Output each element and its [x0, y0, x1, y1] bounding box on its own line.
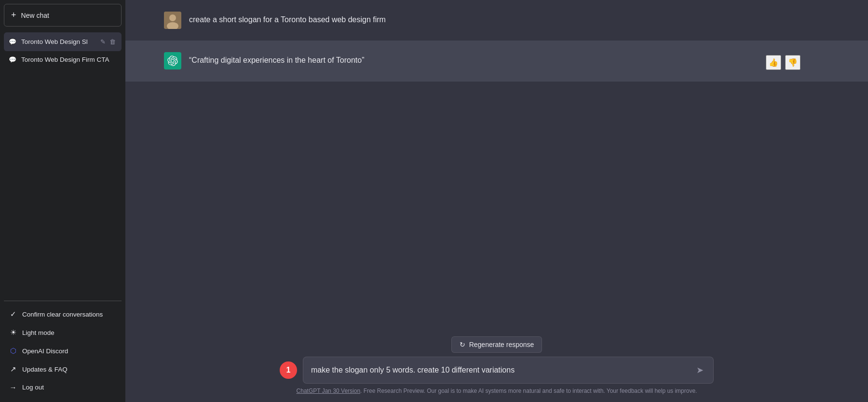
user-number-badge: 1: [280, 361, 297, 379]
regenerate-button[interactable]: ↻ Regenerate response: [451, 336, 542, 353]
chat-item-label: Toronto Web Design Firm CTA: [21, 56, 117, 63]
user-message-text: create a short slogan for a Toronto base…: [189, 15, 386, 24]
plus-icon: +: [11, 10, 16, 20]
footer-text: ChatGPT Jan 30 Version. Free Research Pr…: [297, 388, 697, 398]
regenerate-label: Regenerate response: [469, 341, 534, 348]
send-button[interactable]: ➤: [694, 363, 705, 377]
sun-icon: ☀: [9, 328, 17, 337]
user-message-content: create a short slogan for a Toronto base…: [189, 12, 733, 26]
text-input-wrapper: ➤: [303, 357, 714, 384]
check-icon: ✓: [9, 310, 17, 319]
sidebar-item-confirm-clear[interactable]: ✓ Confirm clear conversations: [4, 305, 122, 323]
input-row: 1 ➤: [280, 357, 714, 384]
chat-item-toronto-cta[interactable]: 💬 Toronto Web Design Firm CTA: [4, 51, 122, 68]
sidebar: + New chat 💬 Toronto Web Design Sl ✎ 🗑 💬…: [0, 0, 125, 402]
user-number: 1: [286, 366, 291, 374]
openai-logo-icon: [167, 55, 178, 66]
chat-action-icons: ✎ 🗑: [99, 37, 117, 46]
thumbs-up-button[interactable]: 👍: [766, 55, 781, 70]
footer-description: . Free Research Preview. Our goal is to …: [360, 388, 697, 394]
assistant-message-row: “Crafting digital experiences in the hea…: [125, 41, 868, 82]
chat-area: create a short slogan for a Toronto base…: [125, 0, 868, 329]
assistant-message-text: “Crafting digital experiences in the hea…: [189, 56, 364, 64]
input-area: ↻ Regenerate response 1 ➤ ChatGPT Jan 30…: [125, 329, 868, 402]
discord-icon: ⬡: [9, 347, 17, 355]
sidebar-divider: [4, 301, 122, 301]
main-panel: create a short slogan for a Toronto base…: [125, 0, 868, 402]
message-input[interactable]: [311, 364, 694, 376]
new-chat-button[interactable]: + New chat: [4, 4, 122, 27]
sidebar-item-discord[interactable]: ⬡ OpenAI Discord: [4, 342, 122, 360]
chat-bubble-icon: 💬: [9, 56, 16, 63]
sidebar-item-updates[interactable]: ↗ Updates & FAQ: [4, 360, 122, 378]
chat-item-toronto-sl[interactable]: 💬 Toronto Web Design Sl ✎ 🗑: [4, 32, 122, 51]
new-chat-label: New chat: [21, 12, 49, 19]
svg-point-1: [169, 14, 176, 21]
sidebar-bottom: ✓ Confirm clear conversations ☀ Light mo…: [0, 303, 125, 402]
footer-link[interactable]: ChatGPT Jan 30 Version: [297, 388, 361, 394]
regenerate-icon: ↻: [460, 341, 465, 348]
user-message-row: create a short slogan for a Toronto base…: [125, 0, 868, 41]
sidebar-item-logout[interactable]: → Log out: [4, 378, 122, 396]
chat-bubble-icon: 💬: [9, 38, 16, 45]
user-avatar: [164, 12, 181, 29]
updates-label: Updates & FAQ: [22, 366, 68, 373]
thumbs-down-button[interactable]: 👎: [785, 55, 800, 70]
confirm-clear-label: Confirm clear conversations: [22, 311, 103, 318]
light-mode-label: Light mode: [22, 329, 54, 336]
chat-list: 💬 Toronto Web Design Sl ✎ 🗑 💬 Toronto We…: [0, 30, 125, 299]
logout-label: Log out: [22, 384, 44, 391]
gpt-avatar: [164, 52, 181, 69]
trash-icon[interactable]: 🗑: [108, 37, 117, 46]
logout-icon: →: [9, 383, 17, 391]
edit-icon[interactable]: ✎: [99, 37, 107, 46]
chat-item-label: Toronto Web Design Sl: [21, 38, 95, 45]
discord-label: OpenAI Discord: [22, 347, 68, 355]
external-link-icon: ↗: [9, 365, 17, 374]
sidebar-item-light-mode[interactable]: ☀ Light mode: [4, 323, 122, 342]
assistant-message-content: “Crafting digital experiences in the hea…: [189, 52, 758, 67]
user-avatar-svg: [164, 12, 181, 29]
message-actions: 👍 👎: [766, 52, 800, 70]
